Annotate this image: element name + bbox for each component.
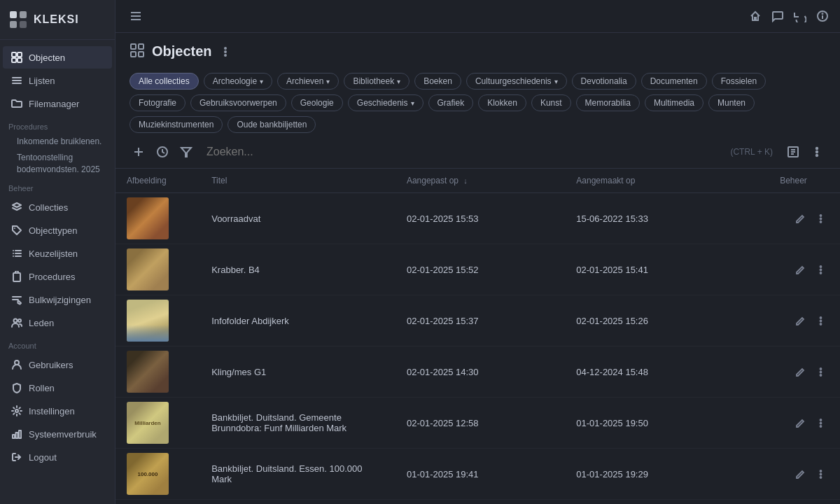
row-more-button[interactable] — [813, 313, 829, 329]
filter-chip-klokken[interactable]: Klokken — [478, 94, 526, 111]
svg-rect-39 — [139, 52, 144, 57]
sidebar-item-label: Bulkwijzigingen — [29, 295, 91, 305]
svg-marker-11 — [13, 203, 21, 207]
procedure-item-inkomende[interactable]: Inkomende bruiklenen. — [0, 134, 115, 150]
filter-chip-geologie[interactable]: Geologie — [291, 94, 343, 111]
svg-point-66 — [820, 419, 822, 421]
filter-chip-archieven[interactable]: Archieven ▾ — [277, 73, 339, 90]
sidebar-item-procedures[interactable]: Procedures — [3, 265, 112, 288]
procedure-item-tentoonstelling[interactable]: Tentoonstelling bodemvondsten. 2025 — [0, 150, 115, 178]
svg-point-23 — [18, 319, 21, 322]
filter-chip-geschiedenis[interactable]: Geschiedenis ▾ — [348, 94, 424, 111]
sidebar-item-systeemverbruik[interactable]: Systeemverbruik — [3, 423, 112, 445]
dots-vert-icon — [816, 469, 826, 479]
filter-chip-boeken[interactable]: Boeken — [414, 73, 461, 90]
history-icon — [156, 146, 169, 158]
sidebar-item-filemanager[interactable]: Filemanager — [3, 92, 112, 115]
user-icon — [11, 359, 22, 370]
sidebar-item-bulkwijzigingen[interactable]: Bulkwijzigingen — [3, 288, 112, 311]
filter-chip-fotografie[interactable]: Fotografie — [130, 94, 186, 111]
filter-chip-muziekinstrumenten[interactable]: Muziekinstrumenten — [130, 116, 223, 133]
filter-chip-archeologie[interactable]: Archeologie ▾ — [204, 73, 272, 90]
row-more-button[interactable] — [813, 415, 829, 431]
table-cell-thumb — [115, 295, 200, 346]
svg-rect-0 — [10, 11, 17, 18]
info-icon — [816, 10, 829, 22]
messages-button[interactable] — [771, 10, 784, 22]
refresh-button[interactable] — [794, 10, 806, 22]
row-more-button[interactable] — [813, 466, 829, 482]
filter-chip-grafiek[interactable]: Grafiek — [428, 94, 474, 111]
table-cell-thumb — [115, 346, 200, 398]
svg-point-51 — [816, 148, 818, 149]
list-icon — [11, 75, 22, 86]
search-shortcut: (CTRL + K) — [730, 147, 773, 157]
history-button[interactable] — [153, 143, 172, 161]
table-cell-manage — [769, 398, 840, 449]
table-more-button[interactable] — [808, 143, 826, 161]
sidebar-item-label: Procedures — [29, 272, 75, 282]
object-thumbnail: Milliarden — [127, 402, 169, 444]
home-button[interactable] — [749, 10, 762, 22]
logout-icon — [11, 451, 22, 463]
filter-button[interactable] — [177, 143, 195, 161]
row-more-button[interactable] — [813, 364, 829, 380]
search-input[interactable] — [201, 143, 724, 161]
svg-rect-6 — [12, 58, 16, 62]
sidebar-item-collecties[interactable]: Collecties — [3, 196, 112, 218]
filter-chip-bibliotheek[interactable]: Bibliotheek ▾ — [344, 73, 410, 90]
logo: KLEKSI — [0, 0, 115, 40]
svg-rect-1 — [20, 11, 27, 18]
filter-chip-memorabilia[interactable]: Memorabilia — [576, 94, 640, 111]
manage-buttons — [780, 466, 829, 482]
svg-point-62 — [820, 323, 822, 325]
page-title-menu-button[interactable] — [219, 46, 232, 58]
svg-point-22 — [14, 319, 18, 323]
edit-button[interactable] — [792, 466, 808, 482]
filter-chip-kunst[interactable]: Kunst — [531, 94, 571, 111]
filter-chip-oude[interactable]: Oude bankbiljetten — [227, 116, 316, 133]
filter-chip-documenten[interactable]: Documenten — [641, 73, 707, 90]
sidebar-item-gebruikers[interactable]: Gebruikers — [3, 354, 112, 376]
filter-chip-cultuurgeschiedenis[interactable]: Cultuurgeschiedenis ▾ — [466, 73, 567, 90]
toolbar: (CTRL + K) — [115, 136, 840, 169]
row-more-button[interactable] — [813, 262, 829, 278]
svg-point-42 — [225, 55, 226, 56]
sidebar-item-objecttypen[interactable]: Objecttypen — [3, 219, 112, 241]
filter-chip-gebruiksvoorwerpen[interactable]: Gebruiksvoorwerpen — [190, 94, 286, 111]
sidebar-item-logout[interactable]: Logout — [3, 446, 112, 468]
row-more-button[interactable] — [813, 211, 829, 227]
add-button[interactable] — [130, 143, 148, 161]
svg-point-15 — [13, 253, 14, 254]
edit-button[interactable] — [792, 364, 808, 380]
edit-button[interactable] — [792, 262, 808, 278]
sidebar-item-keuzelijsten[interactable]: Keuzelijsten — [3, 242, 112, 265]
info-button[interactable] — [816, 10, 829, 22]
sidebar-item-lijsten[interactable]: Lijsten — [3, 69, 112, 92]
hamburger-button[interactable] — [127, 7, 145, 25]
bar-chart-icon — [11, 428, 22, 440]
folder-icon — [11, 98, 22, 109]
edit-button[interactable] — [792, 415, 808, 431]
sidebar-item-objecten[interactable]: Objecten — [3, 46, 112, 69]
filters-area: Alle collecties Archeologie ▾ Archieven … — [115, 67, 840, 136]
col-header-beheer: Beheer — [769, 169, 840, 193]
sidebar-item-rollen[interactable]: Rollen — [3, 377, 112, 399]
filter-chip-alle[interactable]: Alle collecties — [130, 73, 199, 90]
account-section-label: Account — [0, 335, 115, 353]
export-button[interactable] — [784, 143, 802, 161]
sidebar-item-label: Filemanager — [29, 99, 79, 109]
filter-chip-multimedia[interactable]: Multimedia — [645, 94, 704, 111]
sidebar-item-instellingen[interactable]: Instellingen — [3, 400, 112, 422]
table-cell-created: 04-12-2024 15:48 — [565, 346, 769, 398]
edit-button[interactable] — [792, 211, 808, 227]
sidebar-item-leden[interactable]: Leden — [3, 312, 112, 334]
filter-chip-fossielen[interactable]: Fossielen — [712, 73, 766, 90]
table-row: Milliarden Bankbiljet. Duitsland. Gemeen… — [115, 398, 840, 449]
edit-button[interactable] — [792, 313, 808, 329]
filter-chip-munten[interactable]: Munten — [708, 94, 755, 111]
message-icon — [771, 10, 784, 22]
filter-chip-devotionalia[interactable]: Devotionalia — [572, 73, 636, 90]
col-header-aangepast[interactable]: Aangepast op ↓ — [396, 169, 565, 193]
chevron-down-icon: ▾ — [554, 78, 558, 85]
